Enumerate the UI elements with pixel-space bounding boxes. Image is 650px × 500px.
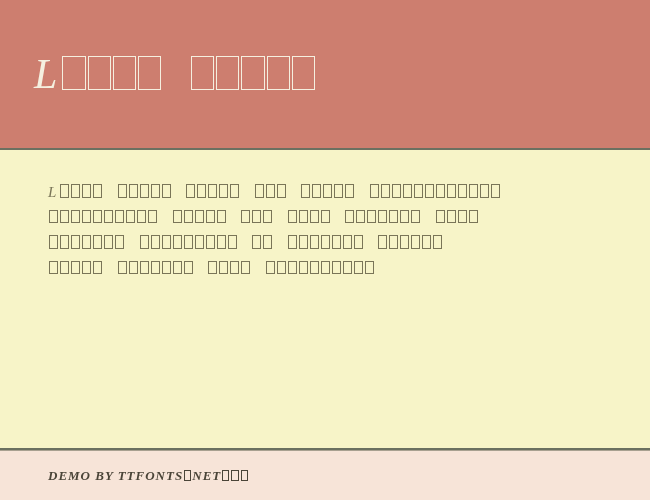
footer-mid: NET: [192, 468, 221, 483]
body-line-4-glyphs: [48, 261, 375, 277]
body-line-4: [48, 257, 602, 283]
header-banner: L: [0, 0, 650, 148]
footer-prefix: DEMO BY TTFONTS: [48, 468, 183, 483]
body-line-3-glyphs: [48, 235, 443, 251]
main-content: L: [0, 150, 650, 448]
title-glyphs-2: [190, 52, 316, 97]
footer-tail-glyphs: [221, 468, 248, 483]
body-line-2: [48, 206, 602, 232]
body-line-3: [48, 231, 602, 257]
footer-glyph: [183, 468, 192, 483]
body-line-1-glyphs: [59, 184, 501, 200]
title-glyphs-1: [61, 52, 162, 97]
body-line-2-glyphs: [48, 210, 479, 226]
footer-text: DEMO BY TTFONTSNET: [48, 468, 249, 484]
body-lead-letter: L: [48, 184, 59, 200]
page-title: L: [34, 50, 316, 98]
body-line-1: L: [48, 180, 602, 206]
footer: DEMO BY TTFONTSNET: [0, 451, 650, 500]
title-first-letter: L: [34, 51, 61, 97]
body-paragraph: L: [48, 180, 602, 282]
